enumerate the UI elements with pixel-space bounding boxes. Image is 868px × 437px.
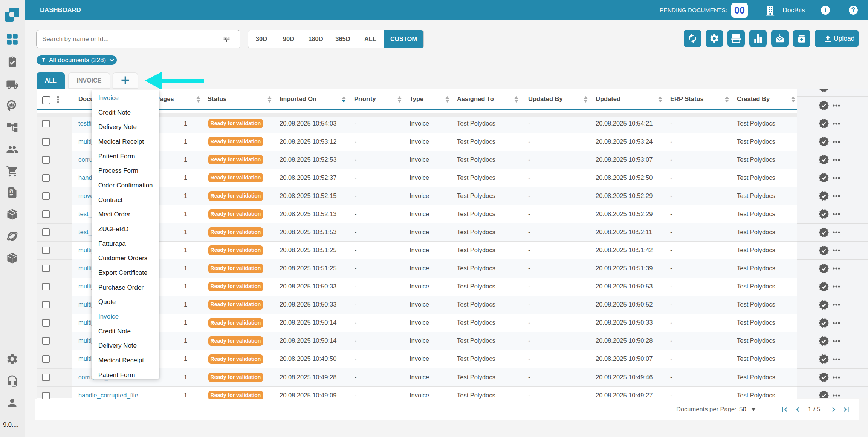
svg-text:?: ?	[851, 6, 856, 14]
svg-text:$: $	[10, 189, 12, 193]
